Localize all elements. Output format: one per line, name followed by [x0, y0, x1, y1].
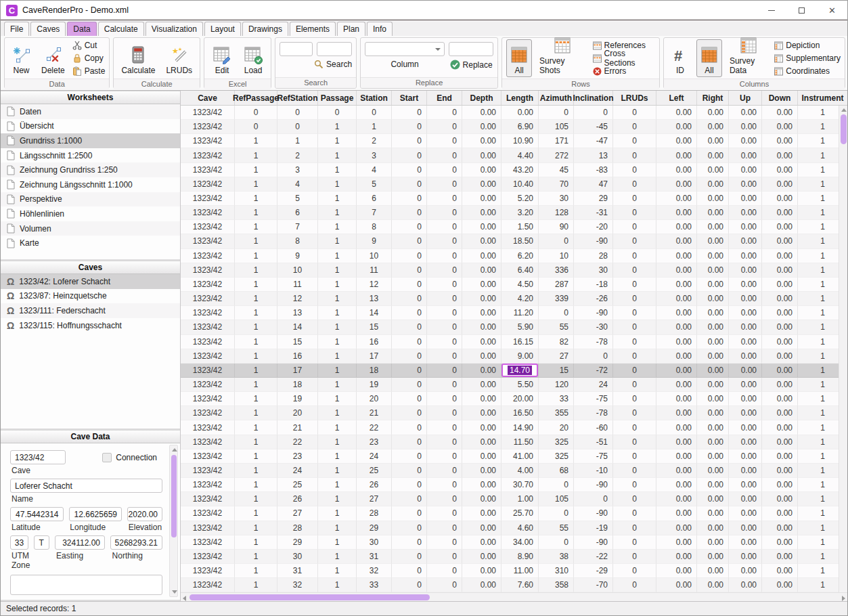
table-cell[interactable]: 1323/42: [181, 364, 235, 378]
table-cell[interactable]: 0: [574, 492, 613, 506]
table-cell[interactable]: 0.00: [656, 234, 697, 248]
table-cell[interactable]: 1: [318, 148, 357, 162]
table-cell[interactable]: 1: [318, 492, 357, 506]
table-row[interactable]: 1323/42115116000.0016.1582-7800.000.000.…: [181, 335, 847, 349]
table-cell[interactable]: 1: [318, 378, 357, 392]
table-cell[interactable]: 1: [235, 220, 277, 234]
column-header-down[interactable]: Down: [762, 91, 798, 105]
cave-item[interactable]: Ω1323/87: Heinzquetsche: [1, 289, 180, 304]
table-cell[interactable]: 0.00: [729, 335, 762, 349]
column-header-cave[interactable]: Cave: [181, 91, 235, 105]
worksheet-item[interactable]: Übersicht: [1, 119, 180, 134]
table-cell[interactable]: 7: [357, 206, 392, 220]
table-cell[interactable]: 0.00: [697, 206, 729, 220]
table-cell[interactable]: 1: [235, 278, 277, 292]
cut-button[interactable]: Cut: [72, 40, 106, 51]
table-cell[interactable]: 0: [613, 492, 656, 506]
table-cell[interactable]: 1: [318, 364, 357, 378]
table-cell[interactable]: 1323/42: [181, 420, 235, 435]
table-cell[interactable]: 1.50: [501, 220, 539, 234]
table-cell[interactable]: 0.00: [462, 406, 501, 420]
calculate-button[interactable]: Calculate: [118, 39, 158, 77]
table-cell[interactable]: 0: [392, 478, 427, 492]
table-cell[interactable]: 0.00: [462, 578, 501, 592]
table-row[interactable]: 1323/42110111000.006.403363000.000.000.0…: [181, 263, 847, 278]
table-cell[interactable]: 0.00: [462, 234, 501, 248]
table-cell[interactable]: 0.00: [697, 192, 729, 206]
table-cell[interactable]: 1323/42: [181, 278, 235, 292]
table-cell[interactable]: 31: [277, 564, 318, 578]
table-cell[interactable]: 0.00: [729, 564, 762, 578]
table-cell[interactable]: 0.00: [697, 578, 729, 592]
table-cell[interactable]: 0: [613, 234, 656, 248]
table-cell[interactable]: 0.00: [762, 148, 798, 162]
table-cell[interactable]: 1: [318, 550, 357, 564]
column-header-end[interactable]: End: [427, 91, 462, 105]
table-cell[interactable]: 5: [277, 192, 318, 206]
table-cell[interactable]: 27: [357, 492, 392, 506]
table-cell[interactable]: 0.00: [697, 234, 729, 248]
table-cell[interactable]: -90: [574, 234, 613, 248]
table-cell[interactable]: 28: [357, 506, 392, 521]
table-cell[interactable]: 0.00: [462, 206, 501, 220]
column-header-start[interactable]: Start: [392, 91, 427, 105]
table-cell[interactable]: 0: [427, 320, 462, 334]
table-cell[interactable]: 0.00: [697, 335, 729, 349]
cave-item[interactable]: Ω1323/111: Federschacht: [1, 303, 180, 318]
table-cell[interactable]: 5: [357, 177, 392, 192]
table-cell[interactable]: 0: [392, 464, 427, 478]
table-cell[interactable]: 10: [357, 249, 392, 263]
table-cell[interactable]: 1: [318, 349, 357, 364]
table-row[interactable]: 1323/42116117000.009.0027000.000.000.000…: [181, 349, 847, 364]
table-cell[interactable]: 28: [574, 249, 613, 263]
table-cell[interactable]: 310: [539, 564, 574, 578]
worksheet-item[interactable]: Perspektive: [1, 192, 180, 207]
table-cell[interactable]: 1323/42: [181, 521, 235, 535]
table-cell[interactable]: 1: [235, 192, 277, 206]
table-cell[interactable]: 0.00: [501, 106, 539, 120]
table-cell[interactable]: 27: [539, 349, 574, 364]
lruds-button[interactable]: ★★ LRUDs: [162, 39, 196, 77]
table-cell[interactable]: 0: [235, 120, 277, 134]
table-cell[interactable]: 0.00: [729, 349, 762, 364]
table-cell[interactable]: 24: [574, 378, 613, 392]
table-cell[interactable]: 11.00: [501, 564, 539, 578]
table-cell[interactable]: 13: [357, 292, 392, 306]
table-cell[interactable]: 1: [235, 335, 277, 349]
table-cell[interactable]: 1: [235, 306, 277, 320]
table-cell[interactable]: 0: [613, 106, 656, 120]
table-cell[interactable]: 0.00: [656, 120, 697, 134]
table-cell[interactable]: 6: [357, 192, 392, 206]
table-cell[interactable]: 0.00: [729, 435, 762, 449]
table-cell[interactable]: -19: [574, 521, 613, 535]
table-cell[interactable]: 31: [357, 550, 392, 564]
search-button[interactable]: Search: [280, 60, 352, 69]
table-cell[interactable]: 0: [613, 306, 656, 320]
table-cell[interactable]: 0.00: [729, 521, 762, 535]
table-cell[interactable]: 0.00: [462, 464, 501, 478]
table-cell[interactable]: 0: [613, 220, 656, 234]
table-row[interactable]: 1323/42121122000.0014.9020-6000.000.000.…: [181, 420, 847, 435]
search-field-1[interactable]: [280, 42, 313, 56]
table-cell[interactable]: 1: [235, 521, 277, 535]
table-cell[interactable]: 0: [392, 564, 427, 578]
table-cell[interactable]: 0: [392, 535, 427, 550]
table-row[interactable]: 1323/420011000.006.90105-4500.000.000.00…: [181, 120, 847, 134]
table-cell[interactable]: 14: [357, 306, 392, 320]
table-cell[interactable]: 0.00: [462, 550, 501, 564]
table-cell[interactable]: 0: [392, 320, 427, 334]
table-cell[interactable]: 0.00: [462, 220, 501, 234]
table-cell[interactable]: 0.00: [762, 521, 798, 535]
table-cell[interactable]: 0.00: [697, 406, 729, 420]
table-cell[interactable]: 0: [613, 420, 656, 435]
table-cell[interactable]: 105: [539, 120, 574, 134]
table-cell[interactable]: 0.00: [762, 292, 798, 306]
table-cell[interactable]: 0.00: [462, 364, 501, 378]
table-cell[interactable]: 0.00: [729, 220, 762, 234]
table-cell[interactable]: 1323/42: [181, 464, 235, 478]
table-cell[interactable]: 0: [613, 521, 656, 535]
table-cell[interactable]: 0.00: [462, 335, 501, 349]
table-cell[interactable]: 0.00: [697, 464, 729, 478]
table-cell[interactable]: 0.00: [762, 249, 798, 263]
table-cell[interactable]: 1: [318, 234, 357, 248]
